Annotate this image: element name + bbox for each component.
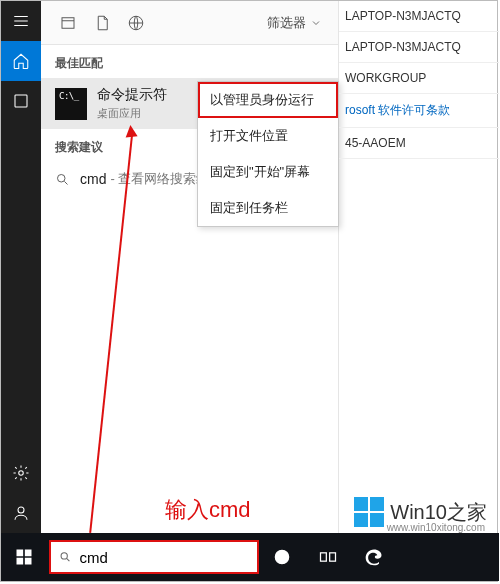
- best-match-subtitle: 桌面应用: [97, 106, 167, 121]
- rail-menu-button[interactable]: [1, 1, 41, 41]
- context-pin-to-start[interactable]: 固定到"开始"屏幕: [198, 154, 338, 190]
- rail-settings-button[interactable]: [1, 453, 41, 493]
- header-docs-icon[interactable]: [85, 6, 119, 40]
- svg-point-5: [58, 174, 66, 182]
- chevron-down-icon: [310, 17, 322, 29]
- info-line: 45-AAOEM: [339, 128, 499, 159]
- svg-point-6: [61, 553, 67, 559]
- cmd-icon: C:\_: [55, 88, 87, 120]
- best-match-title: 命令提示符: [97, 86, 167, 104]
- svg-rect-0: [15, 95, 27, 107]
- taskbar: [1, 533, 499, 581]
- start-left-rail: [1, 1, 41, 533]
- svg-rect-3: [62, 17, 74, 28]
- cortana-button[interactable]: [259, 533, 305, 581]
- edge-button[interactable]: [351, 533, 397, 581]
- context-pin-to-taskbar[interactable]: 固定到任务栏: [198, 190, 338, 226]
- svg-rect-8: [321, 553, 327, 561]
- context-menu: 以管理员身份运行 打开文件位置 固定到"开始"屏幕 固定到任务栏: [197, 81, 339, 227]
- header-recent-icon[interactable]: [51, 6, 85, 40]
- info-license-link[interactable]: rosoft 软件许可条款: [339, 94, 499, 128]
- task-view-button[interactable]: [305, 533, 351, 581]
- start-button[interactable]: [1, 533, 47, 581]
- info-line: LAPTOP-N3MJACTQ: [339, 1, 499, 32]
- header-web-icon[interactable]: [119, 6, 153, 40]
- info-line: WORKGROUP: [339, 63, 499, 94]
- filter-label: 筛选器: [267, 14, 306, 32]
- rail-user-button[interactable]: [1, 493, 41, 533]
- taskbar-search-input[interactable]: [79, 549, 249, 566]
- svg-point-2: [18, 507, 24, 513]
- context-run-as-admin[interactable]: 以管理员身份运行: [198, 82, 338, 118]
- rail-apps-button[interactable]: [1, 81, 41, 121]
- svg-rect-9: [330, 553, 336, 561]
- watermark-url: www.win10xitong.com: [387, 522, 485, 533]
- context-open-file-location[interactable]: 打开文件位置: [198, 118, 338, 154]
- filter-dropdown[interactable]: 筛选器: [261, 10, 328, 36]
- suggestion-term: cmd: [80, 171, 106, 187]
- taskbar-search-box[interactable]: [49, 540, 259, 574]
- svg-point-1: [19, 471, 24, 476]
- search-header: 筛选器: [41, 1, 338, 45]
- info-line: LAPTOP-N3MJACTQ: [339, 32, 499, 63]
- svg-point-7: [275, 550, 288, 563]
- windows-logo-icon: [354, 497, 384, 527]
- search-icon: [59, 550, 71, 564]
- rail-home-button[interactable]: [1, 41, 41, 81]
- search-icon: [55, 172, 70, 187]
- system-info-panel: LAPTOP-N3MJACTQ LAPTOP-N3MJACTQ WORKGROU…: [339, 1, 499, 159]
- section-best-match-label: 最佳匹配: [41, 45, 338, 78]
